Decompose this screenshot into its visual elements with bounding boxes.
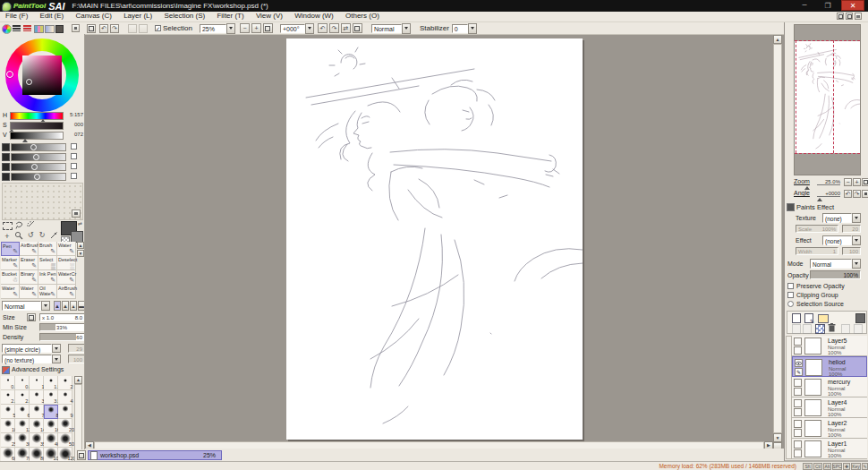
tool-airbrush2[interactable]: AirBrush✎ <box>57 285 76 299</box>
size-cell[interactable]: 2 <box>58 376 72 390</box>
layer-row-mercury[interactable]: mercury Normal 100% <box>792 377 867 397</box>
layer1-visibility-checkbox[interactable] <box>794 440 802 449</box>
size-cell[interactable]: 40 <box>44 433 58 448</box>
layer-opacity-slider[interactable]: 100% <box>810 270 861 279</box>
selection-source-row[interactable]: Selection Source <box>787 301 868 309</box>
zoom-dropdown-button[interactable] <box>226 23 235 34</box>
angle-value-field[interactable]: +000° <box>280 24 305 33</box>
tool-marker[interactable]: Marker✎ <box>1 256 20 270</box>
canvas-sheet[interactable] <box>286 38 583 440</box>
custom-slider-1-checkbox[interactable] <box>71 143 77 150</box>
size-cell[interactable]: 80 <box>30 448 44 461</box>
tool-bucket[interactable]: Bucket☃ <box>1 270 20 285</box>
size-cell[interactable]: 1 <box>30 376 44 390</box>
menu-edit[interactable]: Edit (E) <box>40 12 64 20</box>
hue-slider[interactable] <box>10 112 64 120</box>
canvas-hscroll-right[interactable]: ▶ <box>764 441 773 449</box>
selection-checkbox[interactable]: ✓ <box>155 25 161 31</box>
heliod-visibility-checkbox[interactable] <box>795 359 803 367</box>
navigator-rotate-cw-button[interactable]: ↷ <box>853 190 861 198</box>
transfer-down-button[interactable] <box>792 324 801 334</box>
copy-layer-button[interactable] <box>841 324 850 334</box>
rotate-ccw-button[interactable]: ↶ <box>318 23 328 33</box>
layers-scrollbar[interactable] <box>786 336 792 459</box>
selection-source-radio[interactable] <box>787 301 794 307</box>
delete-layer-button[interactable] <box>828 323 836 332</box>
tool-water2[interactable]: Water✎ <box>1 285 20 299</box>
layer-row-heliod-selected[interactable]: ✎ heliod Normal 100% <box>792 356 867 377</box>
document-tab-active[interactable]: workshop.psd 25% <box>88 450 222 460</box>
size-cell[interactable]: 35 <box>30 433 44 448</box>
menu-layer[interactable]: Layer (L) <box>123 12 152 20</box>
size-cell[interactable]: 70 <box>15 448 30 461</box>
selection-shrink-button[interactable] <box>139 24 148 33</box>
custom-slider-2-checkbox[interactable] <box>71 153 77 159</box>
navigator-angle-marker[interactable] <box>817 198 822 201</box>
canvas-vscroll-track[interactable] <box>773 44 782 433</box>
brush-mode-select[interactable]: Normal <box>2 301 41 311</box>
menu-filter[interactable]: Filter (T) <box>217 12 243 20</box>
layer-mode-dropdown-button[interactable] <box>852 259 861 269</box>
clear-layer-button[interactable] <box>815 324 825 334</box>
rotate-view-tool[interactable]: ↺ <box>26 231 35 240</box>
paint-mode-dropdown-button[interactable] <box>402 23 411 34</box>
hsv-slider-tab-icon[interactable] <box>23 25 31 31</box>
mercury-visibility-checkbox[interactable] <box>794 379 802 387</box>
navigator-preview[interactable] <box>794 24 861 175</box>
brush-edge-hard-button[interactable]: ▲ <box>54 301 61 311</box>
angle-dropdown-button[interactable] <box>305 23 314 34</box>
new-folder-button[interactable] <box>818 314 829 323</box>
canvas-vscroll-up[interactable]: ▲ <box>773 35 782 44</box>
swatch-menu-button[interactable] <box>72 209 81 218</box>
paste-layer-button[interactable] <box>854 324 863 334</box>
custom-slider-4-checkbox[interactable] <box>71 173 77 179</box>
brush-shape-select[interactable]: (simple circle) <box>2 344 52 353</box>
tool-oilwater[interactable]: Oil Wate✎ <box>38 285 57 299</box>
menu-canvas[interactable]: Canvas (C) <box>75 12 111 20</box>
layer-mode-select[interactable]: Normal <box>810 259 852 269</box>
paints-effect-header[interactable]: Paints Effect <box>787 203 867 211</box>
open-canvas-button[interactable] <box>87 24 96 33</box>
restore-button[interactable]: ❐ <box>818 1 838 11</box>
size-cell[interactable]: 0.8 <box>15 376 30 390</box>
panel-toggle-right-button[interactable] <box>846 13 853 20</box>
size-cell[interactable]: 30 <box>15 433 30 448</box>
custom-slider-4[interactable] <box>2 172 82 180</box>
zoom-out-button[interactable]: − <box>240 23 250 33</box>
tool-watercolor[interactable]: WaterCr✎ <box>57 270 76 285</box>
effect-dropdown-button[interactable] <box>852 235 861 245</box>
layer4-visibility-checkbox[interactable] <box>794 399 802 407</box>
brush-edge-softer-button[interactable]: ▴ <box>70 301 77 311</box>
new-layer-button[interactable] <box>792 313 801 323</box>
size-slider[interactable]: x 1.0 8.0 <box>39 313 85 321</box>
brush-edge-flat-button[interactable]: ▬ <box>78 301 85 311</box>
menu-view[interactable]: View (V) <box>256 12 283 20</box>
size-cell[interactable]: 60 <box>1 448 15 461</box>
custom-slider-3[interactable] <box>2 162 82 170</box>
color-panel-menu-button[interactable] <box>72 24 80 32</box>
size-cell[interactable]: 16 <box>44 419 58 433</box>
panel-toggle-all-button[interactable] <box>855 13 862 20</box>
zoom-reset-button[interactable] <box>263 23 273 33</box>
swatch-area[interactable] <box>2 183 83 220</box>
brush-edge-soft-button[interactable]: ▲ <box>62 301 69 311</box>
merge-down-button[interactable] <box>803 324 812 334</box>
navigator-zoom-in-button[interactable]: + <box>853 178 861 186</box>
brush-texture-dropdown-button[interactable] <box>52 355 61 363</box>
menu-window[interactable]: Window (W) <box>294 12 334 20</box>
preserve-opacity-checkbox[interactable] <box>787 283 794 289</box>
sv-square[interactable] <box>22 56 62 95</box>
tool-inkpen[interactable]: Ink Pen✎ <box>38 270 57 285</box>
layer-row-layer4[interactable]: Layer4 Normal 100% <box>792 397 867 418</box>
custom-slider-2[interactable] <box>2 152 82 160</box>
canvas-hscroll-track[interactable] <box>94 441 764 449</box>
layer-row-layer2[interactable]: Layer2 Normal 100% <box>792 418 867 439</box>
minsize-slider[interactable]: 33% <box>39 323 85 331</box>
size-cell[interactable]: 50 <box>58 433 72 448</box>
size-cell[interactable]: 9 <box>58 405 72 419</box>
minimize-button[interactable]: – <box>795 1 814 11</box>
tool-binary[interactable]: Binary✎ <box>20 270 38 285</box>
custom-slider-3-checkbox[interactable] <box>71 163 77 169</box>
canvas-hscroll-left[interactable]: ◀ <box>85 441 94 449</box>
zoom-tool[interactable] <box>14 231 23 240</box>
